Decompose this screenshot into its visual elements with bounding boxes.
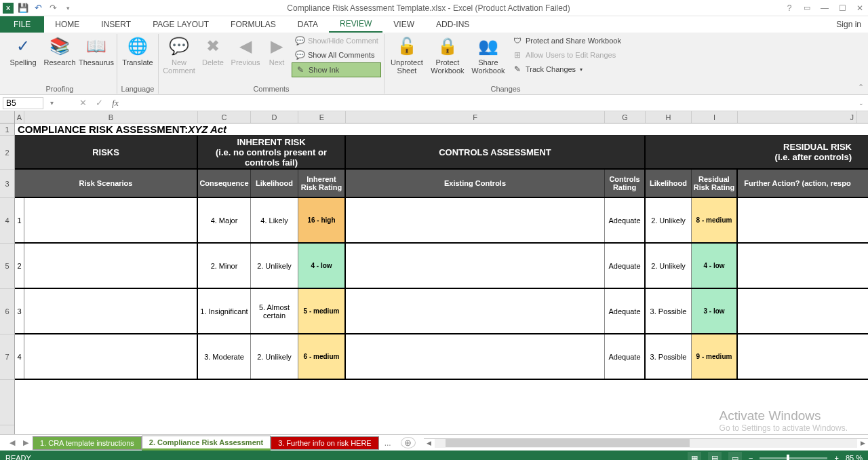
collapse-ribbon-icon[interactable]: ⌃ — [858, 83, 864, 92]
row-header-8[interactable] — [0, 380, 14, 425]
row-header-2[interactable]: 2 — [0, 136, 14, 170]
cell-controls-rating[interactable]: Adequate — [605, 289, 646, 333]
insert-function-icon[interactable]: fx — [108, 98, 122, 109]
view-normal-icon[interactable]: ▦ — [688, 452, 701, 460]
col-header-d[interactable]: D — [251, 111, 298, 123]
sheet-nav-prev-icon[interactable]: ◀ — [5, 438, 19, 447]
col-header-b[interactable]: B — [24, 111, 198, 123]
cell-further-action[interactable] — [738, 244, 857, 288]
zoom-thumb[interactable] — [787, 455, 789, 461]
sheet-tab-instructions[interactable]: 1. CRA template instructions — [33, 436, 142, 450]
cell-controls-rating[interactable]: Adequate — [605, 198, 646, 242]
cell-further-action[interactable] — [738, 198, 857, 242]
row-header-6[interactable]: 6 — [0, 289, 14, 334]
cell-consequence[interactable]: 4. Major — [198, 198, 251, 242]
cell-consequence[interactable]: 3. Moderate — [198, 334, 251, 379]
minimize-icon[interactable]: — — [819, 3, 830, 14]
view-page-layout-icon[interactable]: ▤ — [708, 452, 722, 460]
tab-formulas[interactable]: FORMULAS — [220, 16, 287, 33]
cell-further-action[interactable] — [738, 289, 857, 333]
cell-residual-rating[interactable]: 9 - medium — [692, 334, 738, 379]
cell-likelihood2[interactable]: 2. Unlikely — [646, 244, 692, 288]
unprotect-sheet-button[interactable]: 🔓Unprotect Sheet — [387, 34, 427, 76]
redo-icon[interactable]: ↷ — [47, 3, 58, 14]
row-header-7[interactable]: 7 — [0, 334, 14, 380]
sign-in-link[interactable]: Sign in — [829, 16, 868, 33]
cell-inherent-rating[interactable]: 16 - high — [298, 198, 346, 242]
cell-controls-rating[interactable]: Adequate — [605, 244, 646, 288]
cell-existing-controls[interactable] — [346, 334, 605, 379]
cell-likelihood[interactable]: 2. Unlikely — [251, 244, 298, 288]
expand-formula-bar-icon[interactable]: ⌄ — [859, 100, 864, 107]
cell-consequence[interactable]: 2. Minor — [198, 244, 251, 288]
save-icon[interactable]: 💾 — [18, 3, 28, 14]
name-box[interactable] — [3, 97, 43, 109]
scroll-right-icon[interactable]: ▶ — [857, 439, 868, 448]
cell-residual-rating[interactable]: 3 - low — [692, 289, 738, 333]
thesaurus-button[interactable]: 📖Thesaurus — [79, 34, 114, 68]
cells-area[interactable]: COMPLIANCE RISK ASSESSMENT: XYZ Act RISK… — [15, 123, 868, 434]
cell-scenario[interactable] — [24, 244, 198, 288]
zoom-out-icon[interactable]: − — [749, 454, 753, 460]
cell-scenario[interactable] — [24, 198, 198, 242]
sheet-nav-next-icon[interactable]: ▶ — [19, 438, 33, 447]
select-all-button[interactable] — [0, 111, 15, 123]
col-header-g[interactable]: G — [605, 111, 646, 123]
qat-dropdown-icon[interactable]: ▾ — [62, 3, 73, 14]
col-header-c[interactable]: C — [198, 111, 251, 123]
col-header-i[interactable]: I — [692, 111, 738, 123]
col-header-a[interactable]: A — [15, 111, 24, 123]
cell-inherent-rating[interactable]: 5 - medium — [298, 289, 346, 333]
cell-likelihood2[interactable]: 3. Possible — [646, 289, 692, 333]
translate-button[interactable]: 🌐Translate — [120, 34, 155, 68]
cell-likelihood2[interactable]: 2. Unlikely — [646, 198, 692, 242]
close-icon[interactable]: ✕ — [854, 3, 865, 14]
cell-further-action[interactable] — [738, 334, 857, 379]
track-changes-button[interactable]: ✎Track Changes▾ — [509, 62, 624, 76]
zoom-value[interactable]: 85 % — [846, 454, 863, 460]
maximize-icon[interactable]: ☐ — [837, 3, 848, 14]
col-header-f[interactable]: F — [346, 111, 605, 123]
zoom-slider[interactable] — [760, 457, 827, 459]
cell-likelihood[interactable]: 5. Almost certain — [251, 289, 298, 333]
name-box-dropdown-icon[interactable]: ▾ — [46, 99, 57, 107]
tab-data[interactable]: DATA — [287, 16, 329, 33]
row-header-4[interactable]: 4 — [0, 198, 14, 244]
sheet-tab-more[interactable]: ... — [379, 438, 397, 448]
row-header-3[interactable]: 3 — [0, 170, 14, 198]
tab-view[interactable]: VIEW — [382, 16, 425, 33]
tab-review[interactable]: REVIEW — [329, 16, 382, 33]
cell-likelihood2[interactable]: 3. Possible — [646, 334, 692, 379]
row-header-5[interactable]: 5 — [0, 244, 14, 289]
cell-existing-controls[interactable] — [346, 289, 605, 333]
protect-share-button[interactable]: 🛡Protect and Share Workbook — [509, 34, 624, 47]
cell-inherent-rating[interactable]: 4 - low — [298, 244, 346, 288]
scroll-thumb[interactable] — [446, 439, 690, 447]
col-header-e[interactable]: E — [298, 111, 346, 123]
cell-existing-controls[interactable] — [346, 198, 605, 242]
protect-workbook-button[interactable]: 🔒Protect Workbook — [428, 34, 467, 76]
new-sheet-button[interactable]: ⊕ — [401, 437, 416, 448]
cell-residual-rating[interactable]: 4 - low — [692, 244, 738, 288]
tab-file[interactable]: FILE — [0, 16, 44, 33]
cell-likelihood[interactable]: 4. Likely — [251, 198, 298, 242]
ribbon-options-icon[interactable]: ▭ — [802, 3, 812, 14]
cell-consequence[interactable]: 1. Insignificant — [198, 289, 251, 333]
sheet-tab-further-info[interactable]: 3. Further info on risk HERE — [271, 436, 379, 450]
tab-page-layout[interactable]: PAGE LAYOUT — [142, 16, 220, 33]
scroll-left-icon[interactable]: ◀ — [424, 439, 435, 448]
col-header-h[interactable]: H — [646, 111, 692, 123]
show-all-comments-button[interactable]: 💬Show All Comments — [292, 48, 381, 62]
cell-scenario[interactable] — [24, 289, 198, 333]
view-page-break-icon[interactable]: ▭ — [728, 452, 742, 460]
cell-controls-rating[interactable]: Adequate — [605, 334, 646, 379]
row-header-1[interactable]: 1 — [0, 123, 14, 136]
cell-inherent-rating[interactable]: 6 - medium — [298, 334, 346, 379]
research-button[interactable]: 📚Research — [42, 34, 77, 68]
cell-residual-rating[interactable]: 8 - medium — [692, 198, 738, 242]
sheet-tab-assessment[interactable]: 2. Compliance Risk Assessment — [142, 436, 271, 451]
share-workbook-button[interactable]: 👥Share Workbook — [469, 34, 508, 76]
cell-scenario[interactable] — [24, 334, 198, 379]
tab-addins[interactable]: ADD-INS — [425, 16, 480, 33]
tab-home[interactable]: HOME — [44, 16, 90, 33]
